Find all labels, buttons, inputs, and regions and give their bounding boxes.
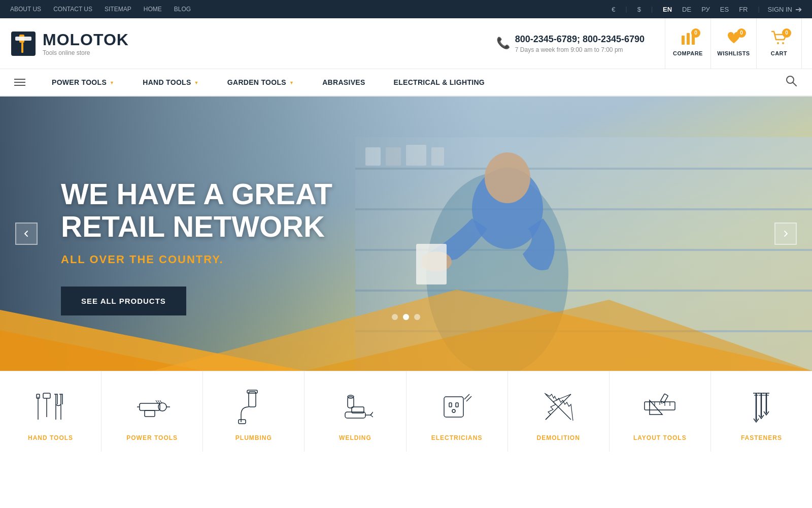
category-label: PLUMBING — [235, 434, 272, 441]
logo-area: MOLOTOK Tools online store — [10, 30, 496, 57]
business-hours: 7 Days a week from 9:00 am to 7:00 pm — [515, 46, 645, 54]
fasteners-icon — [741, 387, 782, 427]
category-label: ELECTRICIANS — [431, 434, 483, 441]
category-layout-tools[interactable]: LAYOUT TOOLS — [610, 371, 711, 452]
svg-point-8 — [782, 42, 784, 44]
currency-usd[interactable]: $ — [635, 5, 643, 14]
wishlists-badge: 0 — [737, 28, 746, 38]
phone-icon: 📞 — [496, 37, 510, 50]
brand-name: MOLOTOK — [43, 30, 129, 49]
svg-point-57 — [452, 409, 455, 412]
about-us-link[interactable]: ABOUT US — [10, 6, 41, 13]
svg-rect-32 — [43, 393, 50, 398]
slider-next-button[interactable] — [774, 223, 797, 245]
phone-numbers: 800-2345-6789; 800-2345-6790 7 Days a we… — [515, 33, 645, 54]
blog-link[interactable]: BLOG — [174, 6, 191, 13]
divider: | — [758, 6, 759, 13]
sign-in-icon: ➔ — [795, 5, 802, 14]
category-label: LAYOUT TOOLS — [633, 434, 687, 441]
logo-text: MOLOTOK Tools online store — [43, 30, 129, 56]
lang-de[interactable]: DE — [680, 5, 693, 14]
cart-button[interactable]: 0 CART — [756, 18, 802, 69]
nav-label: ABRASIVES — [322, 78, 365, 86]
categories-bar: HAND TOOLS POWER TOOLS — [0, 371, 812, 452]
brand-tagline: Tools online store — [43, 49, 129, 56]
hamburger-line — [14, 85, 25, 86]
category-label: POWER TOOLS — [126, 434, 178, 441]
nav-hand-tools[interactable]: HAND TOOLS ▼ — [128, 69, 213, 96]
hamburger-line — [14, 82, 25, 83]
compare-label: COMPARE — [673, 50, 703, 56]
lang-ru[interactable]: РУ — [699, 5, 712, 14]
see-all-products-button[interactable]: SEE ALL PRODUCTS — [61, 287, 186, 315]
nav-electrical[interactable]: ELECTRICAL & LIGHTING — [380, 69, 499, 96]
search-icon — [786, 75, 797, 86]
cart-label: CART — [771, 50, 788, 56]
slide-dot-2[interactable] — [403, 314, 409, 320]
phone1[interactable]: 800-2345-6789 — [515, 34, 577, 44]
phone-area: 📞 800-2345-6789; 800-2345-6790 7 Days a … — [496, 33, 645, 54]
divider: | — [651, 6, 653, 13]
category-hand-tools[interactable]: HAND TOOLS — [0, 371, 101, 452]
welding-icon — [335, 387, 376, 427]
svg-rect-68 — [661, 394, 668, 403]
slider-prev-button[interactable] — [15, 223, 38, 245]
compare-button[interactable]: 0 COMPARE — [665, 18, 710, 69]
nav-garden-tools[interactable]: GARDEN TOOLS ▼ — [213, 69, 308, 96]
svg-rect-4 — [682, 36, 685, 45]
slide-dot-1[interactable] — [392, 314, 398, 320]
svg-line-10 — [793, 82, 796, 86]
sign-in-button[interactable]: SIGN IN ➔ — [768, 5, 802, 14]
lang-es[interactable]: ES — [718, 5, 731, 14]
category-plumbing[interactable]: PLUMBING — [203, 371, 304, 452]
hamburger-button[interactable] — [10, 76, 29, 89]
category-electricians[interactable]: ELECTRICIANS — [407, 371, 508, 452]
nav-label: ELECTRICAL & LIGHTING — [394, 78, 485, 86]
layout-tools-icon — [639, 387, 680, 427]
nav-bar: POWER TOOLS ▼ HAND TOOLS ▼ GARDEN TOOLS … — [0, 69, 812, 97]
phone2[interactable]: 800-2345-6790 — [583, 34, 645, 44]
hero-content: WE HAVE A GREAT RETAIL NETWORK ALL OVER … — [61, 178, 365, 315]
nav-label: GARDEN TOOLS — [227, 78, 286, 86]
svg-rect-38 — [140, 403, 160, 410]
wishlists-button[interactable]: 0 WISHLISTS — [710, 18, 756, 69]
svg-rect-2 — [21, 43, 23, 53]
home-link[interactable]: HOME — [144, 6, 162, 13]
phone-number: 800-2345-6789; 800-2345-6790 — [515, 33, 645, 46]
category-fasteners[interactable]: FASTENERS — [711, 371, 812, 452]
top-bar: ABOUT US CONTACT US SITEMAP HOME BLOG € … — [0, 0, 812, 18]
nav-label: POWER TOOLS — [52, 78, 107, 86]
svg-rect-31 — [416, 244, 447, 284]
category-power-tools[interactable]: POWER TOOLS — [101, 371, 203, 452]
svg-line-50 — [370, 415, 373, 417]
category-label: HAND TOOLS — [28, 434, 73, 441]
category-label: FASTENERS — [741, 434, 782, 441]
main-nav: POWER TOOLS ▼ HAND TOOLS ▼ GARDEN TOOLS … — [38, 69, 781, 96]
hero-subtitle: ALL OVER THE COUNTRY. — [61, 253, 365, 266]
lang-fr[interactable]: FR — [737, 5, 750, 14]
electricians-icon — [436, 387, 477, 427]
power-tools-icon — [132, 387, 173, 427]
nav-abrasives[interactable]: ABRASIVES — [308, 69, 379, 96]
category-label: DEMOLITION — [537, 434, 580, 441]
nav-power-tools[interactable]: POWER TOOLS ▼ — [38, 69, 128, 96]
category-demolition[interactable]: DEMOLITION — [508, 371, 610, 452]
sitemap-link[interactable]: SITEMAP — [105, 6, 131, 13]
chevron-down-icon: ▼ — [110, 80, 114, 85]
logo-icon[interactable] — [10, 30, 37, 57]
svg-rect-55 — [449, 403, 452, 407]
currency-eur[interactable]: € — [610, 5, 617, 14]
sign-in-label: SIGN IN — [768, 6, 792, 13]
category-label: WELDING — [339, 434, 371, 441]
lang-en[interactable]: EN — [661, 5, 674, 14]
category-welding[interactable]: WELDING — [304, 371, 406, 452]
svg-rect-56 — [456, 403, 458, 407]
slide-dot-3[interactable] — [414, 314, 420, 320]
compare-badge: 0 — [691, 28, 700, 38]
hand-tools-icon — [30, 387, 71, 427]
svg-point-29 — [485, 152, 530, 203]
search-button[interactable] — [781, 72, 802, 92]
divider: | — [626, 6, 627, 13]
contact-us-link[interactable]: CONTACT US — [53, 6, 92, 13]
wishlists-label: WISHLISTS — [717, 50, 750, 56]
